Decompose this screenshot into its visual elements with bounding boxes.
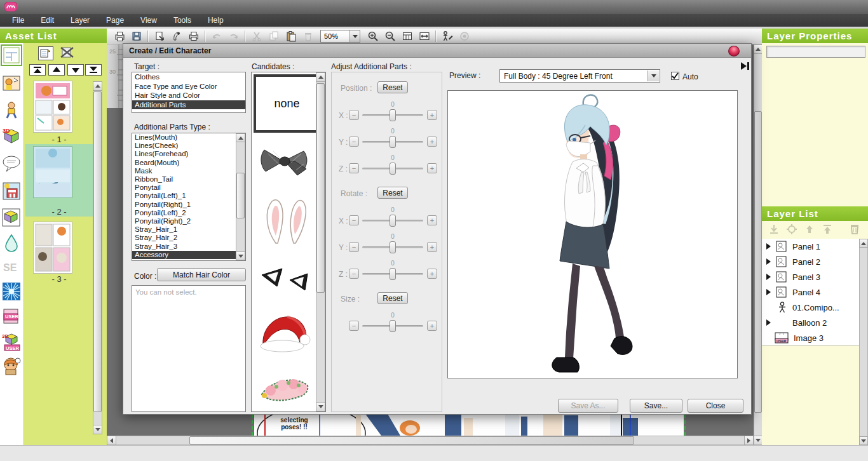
delete-layer-icon[interactable]: [850, 224, 860, 234]
category-page-layout-icon[interactable]: [2, 46, 21, 65]
decrement-button[interactable]: −: [349, 110, 359, 120]
category-user-image-icon[interactable]: USER: [2, 307, 21, 326]
layer-row-balloon[interactable]: Balloon 2: [762, 315, 859, 331]
decrement-button[interactable]: −: [349, 163, 359, 173]
comic-page-strip[interactable]: selecting poses! !!: [254, 414, 684, 436]
parts-type-option[interactable]: Beard(Mouth): [132, 159, 236, 167]
decrement-button[interactable]: −: [349, 321, 359, 331]
category-character-maker-icon[interactable]: [2, 357, 21, 376]
slider-thumb[interactable]: [390, 320, 396, 332]
layer-row-panel-3[interactable]: Panel 3: [762, 269, 859, 285]
preview-view-select[interactable]: Full Body : 45 Degree Left Front: [499, 69, 660, 83]
page-thumbnail-3[interactable]: [34, 222, 72, 273]
menu-edit[interactable]: Edit: [32, 15, 62, 26]
slider-track[interactable]: [362, 325, 423, 327]
scroll-up-button[interactable]: [236, 133, 245, 142]
copy-icon[interactable]: [265, 29, 282, 43]
category-item-cube-icon[interactable]: [2, 208, 21, 227]
close-dialog-button[interactable]: Close: [688, 399, 743, 413]
increment-button[interactable]: +: [427, 242, 437, 252]
save-button[interactable]: Save...: [630, 399, 682, 413]
scroll-thumb[interactable]: [93, 91, 102, 412]
parts-type-option[interactable]: Ponytail(Right)_1: [132, 201, 236, 209]
category-character-icon[interactable]: [2, 100, 21, 119]
candidate-plaid-bow[interactable]: [254, 136, 315, 188]
scroll-thumb[interactable]: [189, 436, 634, 444]
increment-button[interactable]: +: [427, 321, 437, 331]
print-icon[interactable]: [185, 29, 202, 43]
zoom-level-combo[interactable]: 50%: [320, 30, 360, 43]
cut-icon[interactable]: [248, 29, 265, 43]
combo-arrow-icon[interactable]: [648, 70, 659, 81]
scroll-thumb[interactable]: [236, 173, 245, 218]
parts-type-option[interactable]: Lines(Forehead): [132, 150, 236, 158]
menu-page[interactable]: Page: [98, 15, 132, 26]
size-reset-button[interactable]: Reset: [377, 292, 408, 304]
parts-type-option[interactable]: Ponytail: [132, 184, 236, 192]
parts-type-option[interactable]: Stray_Hair_2: [132, 234, 236, 242]
target-option[interactable]: Clothes: [132, 72, 245, 82]
dialog-close-icon[interactable]: [728, 46, 740, 57]
position-reset-button[interactable]: Reset: [377, 81, 408, 93]
settings-icon[interactable]: [456, 29, 473, 43]
candidate-bunny-ears[interactable]: [254, 193, 315, 248]
zoom-out-icon[interactable]: [381, 29, 398, 43]
page-grid-icon[interactable]: [398, 29, 416, 43]
fit-width-icon[interactable]: [416, 29, 433, 43]
layer-row-character[interactable]: 01.Comipo...: [762, 300, 859, 316]
expander-icon[interactable]: [766, 274, 771, 280]
target-option[interactable]: Face Type and Eye Color: [132, 82, 245, 91]
slider-track[interactable]: [362, 141, 423, 143]
expander-icon[interactable]: [766, 319, 771, 326]
layer-row-image[interactable]: USER Image 3: [762, 330, 859, 346]
scroll-down-button[interactable]: [859, 436, 868, 445]
candidates-scrollbar[interactable]: [316, 72, 325, 411]
scroll-down-button[interactable]: [236, 251, 245, 260]
canvas-horizontal-scrollbar[interactable]: [107, 436, 754, 445]
canvas-vertical-scrollbar[interactable]: [754, 44, 763, 445]
asset-list-scrollbar[interactable]: [93, 81, 102, 434]
move-page-top-button[interactable]: [29, 64, 46, 76]
category-comic-character-icon[interactable]: [2, 74, 21, 93]
scroll-left-button[interactable]: [107, 436, 116, 445]
slider-track[interactable]: [362, 246, 423, 248]
layer-row-panel-1[interactable]: Panel 1: [762, 239, 859, 255]
scroll-thumb[interactable]: [316, 83, 325, 293]
paste-icon[interactable]: [282, 29, 299, 43]
category-background-icon[interactable]: [2, 182, 21, 201]
parts-type-option[interactable]: Ponytail(Right)_2: [132, 217, 236, 225]
slider-thumb[interactable]: [390, 109, 396, 121]
move-layer-top-icon[interactable]: [822, 224, 832, 234]
scroll-up-button[interactable]: [316, 72, 325, 82]
layer-name-field[interactable]: [766, 46, 865, 58]
add-page-button[interactable]: [38, 46, 53, 60]
export-page-icon[interactable]: [168, 29, 185, 43]
category-3d-item-icon[interactable]: 3D: [2, 127, 21, 146]
parts-type-option[interactable]: Stray_Hair_3: [132, 243, 236, 251]
decrement-button[interactable]: −: [349, 137, 359, 147]
undo-icon[interactable]: [208, 29, 225, 43]
increment-button[interactable]: +: [427, 163, 437, 173]
layer-list-scrollbar[interactable]: [859, 239, 868, 445]
menu-tools[interactable]: Tools: [165, 15, 200, 26]
increment-button[interactable]: +: [427, 215, 437, 225]
parts-type-option[interactable]: Ribbon_Tail: [132, 175, 236, 184]
target-option[interactable]: Hair Style and Color: [132, 91, 245, 100]
menu-help[interactable]: Help: [200, 15, 232, 26]
layer-row-panel-4[interactable]: Panel 4: [762, 284, 859, 300]
delete-page-button[interactable]: [60, 46, 75, 59]
category-effect-drop-icon[interactable]: [2, 234, 21, 253]
group-layers-icon[interactable]: [787, 224, 797, 234]
candidate-flower-wreath[interactable]: [254, 364, 315, 409]
candidate-santa-hat[interactable]: [254, 306, 315, 361]
parts-type-option-selected[interactable]: Accessory: [132, 251, 236, 259]
scroll-down-button[interactable]: [93, 425, 102, 434]
slider-track[interactable]: [362, 168, 423, 170]
scroll-right-button[interactable]: [744, 436, 754, 445]
parts-type-option[interactable]: Ponytail(Left)_2: [132, 209, 236, 217]
expander-icon[interactable]: [766, 243, 771, 250]
menu-view[interactable]: View: [132, 15, 165, 26]
page-thumbnail-1[interactable]: [34, 81, 72, 132]
expander-icon[interactable]: [766, 258, 771, 265]
slider-thumb[interactable]: [390, 268, 396, 280]
